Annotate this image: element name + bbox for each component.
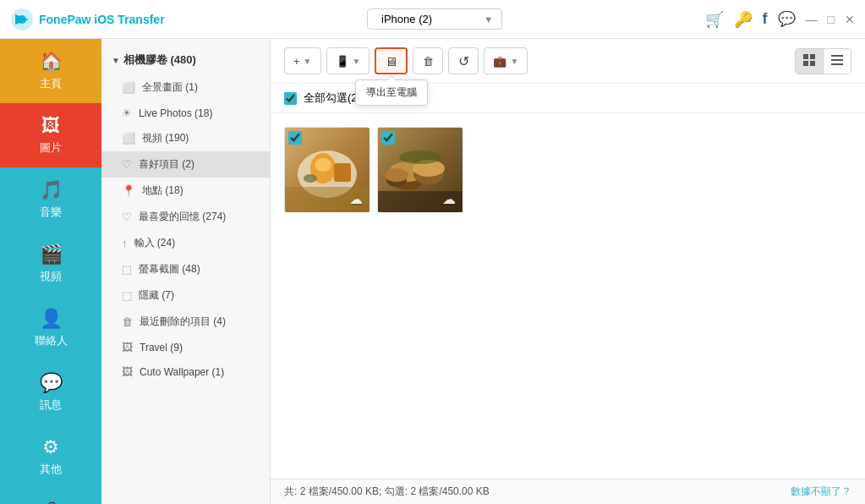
logo-icon <box>10 8 34 31</box>
svg-rect-15 <box>334 163 351 182</box>
cat-item-imports[interactable]: ↑ 輸入 (24) <box>101 230 270 256</box>
cat-item-travel[interactable]: 🖼 Travel (9) <box>101 335 270 359</box>
add-button[interactable]: + ▼ <box>284 47 321 74</box>
video-icon: 🎬 <box>40 244 63 266</box>
cat-item-deleted[interactable]: 🗑 最近刪除的項目 (4) <box>101 309 270 335</box>
cat-label-livephotos: Live Photos (18) <box>139 107 212 119</box>
device-selector[interactable]: iPhone (2) ▼ <box>367 8 502 30</box>
cat-item-cuto[interactable]: 🖼 Cuto Wallpaper (1) <box>101 359 270 384</box>
select-all-checkbox[interactable] <box>284 92 297 105</box>
svg-point-26 <box>399 151 441 164</box>
app-title: FonePaw iOS Transfer <box>39 13 165 26</box>
export-tooltip-popup: 導出至電腦 <box>355 79 428 106</box>
music-icon: 🎵 <box>40 179 63 201</box>
sidebar-item-messages[interactable]: 💬 訊息 <box>0 360 101 425</box>
photo-1-cloud-icon: ☁ <box>349 191 363 207</box>
add-arrow: ▼ <box>304 57 312 66</box>
photo-1-checkbox-container[interactable] <box>288 131 304 146</box>
device-name: iPhone (2) <box>381 13 432 25</box>
photo-2-checkbox[interactable] <box>381 131 395 145</box>
cat-item-memories[interactable]: ♡ 最喜愛的回憶 (274) <box>101 204 270 230</box>
sidebar-item-photos[interactable]: 🖼 圖片 <box>0 103 101 167</box>
contacts-icon: 👤 <box>40 308 63 330</box>
memories-icon: ♡ <box>122 211 132 223</box>
facebook-icon[interactable]: f <box>763 10 768 28</box>
grid-icon <box>802 53 816 67</box>
sidebar-item-home[interactable]: 🏠 主頁 <box>0 39 101 103</box>
key-icon[interactable]: 🔑 <box>734 10 753 29</box>
export-to-pc-button[interactable]: 🖥 <box>375 47 408 74</box>
svg-rect-4 <box>810 54 815 59</box>
cat-label-cuto: Cuto Wallpaper (1) <box>140 366 224 378</box>
favorites-icon: ♡ <box>122 158 132 171</box>
select-all-label: 全部勾選(2) <box>304 90 361 106</box>
briefcase-icon: 💼 <box>493 55 506 68</box>
cat-label-hidden: 隱藏 (7) <box>139 288 174 303</box>
photo-item-2[interactable]: ☁ <box>377 127 462 211</box>
sidebar-item-toolbox[interactable]: 🧰 工具箱 <box>0 489 101 504</box>
photo-2-checkbox-container[interactable] <box>381 131 397 146</box>
svg-rect-7 <box>831 55 843 57</box>
content-area: + ▼ 📱 ▼ 🖥 導出至電腦 🗑 ↺ <box>271 39 865 504</box>
sidebar-label-home: 主頁 <box>40 76 62 91</box>
cat-item-hidden[interactable]: ⬚ 隱藏 (7) <box>101 282 270 309</box>
cat-label-panorama: 全景畫面 (1) <box>142 80 198 95</box>
cat-label-favorites: 喜好項目 (2) <box>139 157 194 172</box>
toolbar: + ▼ 📱 ▼ 🖥 導出至電腦 🗑 ↺ <box>271 39 865 84</box>
sidebar-label-photos: 圖片 <box>40 140 62 156</box>
delete-icon: 🗑 <box>423 55 434 68</box>
sidebar-item-contacts[interactable]: 👤 聯絡人 <box>0 296 101 360</box>
refresh-icon: ↺ <box>458 53 469 69</box>
svg-rect-5 <box>803 61 808 66</box>
grid-view-button[interactable] <box>796 49 824 74</box>
export-tooltip-container: 🖥 導出至電腦 <box>375 47 408 74</box>
category-arrow: ▼ <box>112 56 120 65</box>
refresh-button[interactable]: ↺ <box>448 47 479 74</box>
cart-icon[interactable]: 🛒 <box>705 10 724 29</box>
list-icon <box>830 53 844 67</box>
cat-label-places: 地點 (18) <box>142 184 183 198</box>
svg-point-25 <box>385 168 408 182</box>
cat-item-screenshots[interactable]: ⬚ 螢幕截圖 (48) <box>101 256 270 282</box>
cat-item-livephotos[interactable]: ☀ Live Photos (18) <box>101 101 270 125</box>
titlebar: FonePaw iOS Transfer iPhone (2) ▼ 🛒 🔑 f … <box>0 0 865 39</box>
sidebar-item-video[interactable]: 🎬 視頻 <box>0 232 101 296</box>
cat-item-places[interactable]: 📍 地點 (18) <box>101 178 270 204</box>
message-icon[interactable]: 💬 <box>778 10 796 28</box>
cat-item-favorites[interactable]: ♡ 喜好項目 (2) <box>101 151 270 178</box>
device-arrow: ▼ <box>353 57 361 66</box>
delete-button[interactable]: 🗑 <box>413 47 443 74</box>
cat-label-deleted: 最近刪除的項目 (4) <box>140 315 226 329</box>
cat-label-memories: 最喜愛的回憶 (274) <box>139 210 226 224</box>
maximize-icon[interactable]: □ <box>828 13 835 26</box>
svg-rect-3 <box>803 54 808 59</box>
svg-rect-9 <box>831 63 843 65</box>
list-view-button[interactable] <box>824 49 851 74</box>
svg-point-14 <box>315 158 331 172</box>
livephotos-icon: ☀ <box>122 107 132 119</box>
minimize-icon[interactable]: — <box>806 13 818 26</box>
cat-item-video[interactable]: ⬜ 視頻 (190) <box>101 125 270 151</box>
photo-item-1[interactable]: ☁ <box>284 127 369 211</box>
messages-icon: 💬 <box>40 372 63 394</box>
titlebar-center: iPhone (2) ▼ <box>367 8 502 30</box>
travel-icon: 🖼 <box>122 341 133 353</box>
photo-1-checkbox[interactable] <box>288 131 302 145</box>
close-icon[interactable]: ✕ <box>845 13 855 26</box>
hidden-icon: ⬚ <box>122 289 132 302</box>
other-icon: ⚙ <box>42 436 59 458</box>
device-transfer-button[interactable]: 📱 ▼ <box>326 47 370 74</box>
home-icon: 🏠 <box>40 51 63 73</box>
svg-rect-8 <box>831 59 843 61</box>
cat-label-travel: Travel (9) <box>140 342 183 353</box>
cat-item-panorama[interactable]: ⬜ 全景畫面 (1) <box>101 74 270 101</box>
photos-icon: 🖼 <box>41 115 60 137</box>
cat-video-icon: ⬜ <box>122 132 135 145</box>
titlebar-right: 🛒 🔑 f 💬 — □ ✕ <box>705 10 855 29</box>
chevron-down-icon: ▼ <box>484 14 493 25</box>
main-layout: 🏠 主頁 🖼 圖片 🎵 音樂 🎬 視頻 👤 聯絡人 💬 訊息 ⚙ 其他 🧰 <box>0 39 865 504</box>
sidebar-item-music[interactable]: 🎵 音樂 <box>0 167 101 232</box>
more-button[interactable]: 💼 ▼ <box>484 47 528 74</box>
sidebar-item-other[interactable]: ⚙ 其他 <box>0 425 101 489</box>
help-link[interactable]: 數據不顯了？ <box>791 485 851 499</box>
